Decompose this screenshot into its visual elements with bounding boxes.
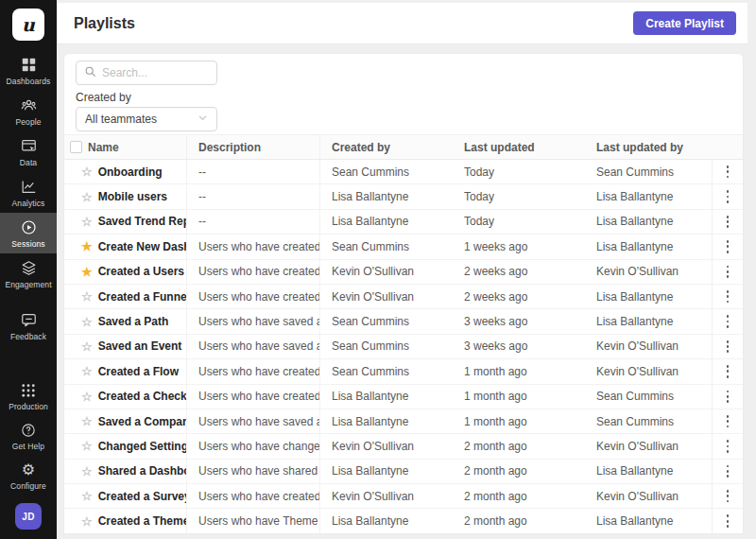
row-menu-button[interactable] <box>712 359 743 383</box>
star-icon[interactable]: ☆ <box>81 515 93 528</box>
last-updated-cell: 3 weeks ago <box>453 335 585 358</box>
sidebar-item-configure[interactable]: ⚙ Configure <box>0 456 57 496</box>
description-cell: Users who have saved an Event <box>187 335 320 358</box>
sidebar-item-sessions[interactable]: Sessions <box>0 213 57 253</box>
row-menu-button[interactable] <box>712 235 743 258</box>
star-icon[interactable]: ☆ <box>81 440 93 452</box>
row-menu-button[interactable] <box>712 509 743 532</box>
row-menu-button[interactable] <box>712 460 743 483</box>
sidebar-item-label: Configure <box>10 481 46 491</box>
last-updated-by-cell: Kevin O'Sullivan <box>585 335 712 358</box>
create-playlist-button[interactable]: Create Playlist <box>633 11 736 35</box>
page-title: Playlists <box>74 15 135 32</box>
table-row[interactable]: ☆ Created a Flow Users who have created … <box>64 359 743 384</box>
table-row[interactable]: ☆ Changed Settings Users who have change… <box>64 434 743 459</box>
user-avatar[interactable]: JD <box>15 503 42 530</box>
row-menu-button[interactable] <box>712 285 743 308</box>
playlist-name: Onboarding <box>98 165 163 179</box>
sidebar-item-production[interactable]: Production <box>0 376 57 416</box>
star-icon[interactable]: ☆ <box>81 465 93 478</box>
kebab-icon <box>727 490 730 502</box>
created-by-cell: Sean Cummins <box>320 309 453 333</box>
last-updated-by-cell: Lisa Ballantyne <box>585 509 712 532</box>
description-cell: Users who have created a Fun... <box>187 285 320 308</box>
last-updated-by-cell: Lisa Ballantyne <box>585 184 712 208</box>
playlist-name: Shared a Dashboard <box>98 464 187 478</box>
row-menu-button[interactable] <box>712 160 743 183</box>
star-icon[interactable]: ☆ <box>81 165 93 178</box>
last-updated-cell: 2 month ago <box>453 460 585 483</box>
star-icon[interactable]: ☆ <box>81 290 93 303</box>
created-by-cell: Lisa Ballantyne <box>320 460 453 483</box>
row-menu-button[interactable] <box>712 335 743 358</box>
row-menu-button[interactable] <box>712 385 743 409</box>
star-icon[interactable]: ☆ <box>81 191 93 203</box>
kebab-icon <box>727 266 730 278</box>
kebab-icon <box>727 165 730 178</box>
question-circle-icon <box>20 422 37 439</box>
star-icon[interactable]: ☆ <box>81 415 93 427</box>
table-row[interactable]: ★ Created a Users Segment Users who have… <box>64 260 743 285</box>
sidebar-item-analytics[interactable]: Analytics <box>0 172 57 213</box>
playlist-name: Create New Dashboard <box>98 240 187 253</box>
sidebar-item-data[interactable]: Data <box>0 131 57 172</box>
playlist-name: Created a Flow <box>98 365 179 378</box>
row-menu-button[interactable] <box>712 434 743 458</box>
sidebar-item-label: Feedback <box>10 332 46 341</box>
sidebar-item-people[interactable]: People <box>0 91 57 131</box>
last-updated-cell: 2 month ago <box>453 484 585 508</box>
data-icon <box>20 137 38 155</box>
column-label-name: Name <box>88 141 119 154</box>
table-row[interactable]: ☆ Saved an Event Users who have saved an… <box>64 335 743 359</box>
last-updated-cell: 2 weeks ago <box>453 260 585 284</box>
search-box[interactable] <box>76 61 217 85</box>
search-input[interactable] <box>102 66 209 79</box>
star-icon[interactable]: ☆ <box>81 365 93 377</box>
table-row[interactable]: ☆ Saved Trend Report - C... -- Lisa Ball… <box>64 210 743 235</box>
star-icon[interactable]: ☆ <box>81 490 93 502</box>
last-updated-cell: Today <box>453 160 585 183</box>
table-row[interactable]: ☆ Saved a Path Users who have saved a Pa… <box>64 309 743 334</box>
select-all-checkbox[interactable] <box>70 141 82 153</box>
table-row[interactable]: ☆ Mobile users -- Lisa Ballantyne Today … <box>64 184 743 209</box>
row-menu-button[interactable] <box>712 484 743 508</box>
created-by-cell: Kevin O'Sullivan <box>320 484 453 508</box>
created-by-select[interactable]: All teammates <box>76 107 217 131</box>
sidebar-item-get-help[interactable]: Get Help <box>0 416 57 456</box>
table-row[interactable]: ☆ Created a Funnel Users who have create… <box>64 285 743 309</box>
star-icon[interactable]: ☆ <box>81 340 93 353</box>
created-by-cell: Lisa Ballantyne <box>320 210 453 234</box>
row-menu-button[interactable] <box>712 260 743 284</box>
table-row[interactable]: ★ Create New Dashboard Users who have cr… <box>64 235 743 259</box>
table-row[interactable]: ☆ Created a Checklist Users who have cre… <box>64 385 743 409</box>
row-menu-button[interactable] <box>712 184 743 208</box>
gear-icon: ⚙ <box>22 461 35 478</box>
last-updated-cell: 1 month ago <box>453 409 585 433</box>
table-row[interactable]: ☆ Created a Theme Users who have Theme L… <box>64 509 743 533</box>
playlist-name: Created a Funnel <box>98 290 187 304</box>
star-icon[interactable]: ☆ <box>81 391 93 403</box>
filters-section: Created by All teammates <box>64 54 743 134</box>
star-icon[interactable]: ☆ <box>81 316 93 328</box>
row-menu-button[interactable] <box>712 409 743 433</box>
table-row[interactable]: ☆ Created a Survey Users who have create… <box>64 484 743 509</box>
last-updated-by-cell: Lisa Ballantyne <box>585 309 712 333</box>
created-by-cell: Kevin O'Sullivan <box>320 260 453 284</box>
table-row[interactable]: ☆ Saved a Company Segm... Users who have… <box>64 409 743 434</box>
table-row[interactable]: ☆ Onboarding -- Sean Cummins Today Sean … <box>64 160 743 184</box>
kebab-icon <box>727 415 730 427</box>
table-row[interactable]: ☆ Shared a Dashboard Users who have shar… <box>64 460 743 484</box>
main-area: Playlists Create Playlist Created by All… <box>57 0 756 539</box>
row-menu-button[interactable] <box>712 210 743 234</box>
star-icon[interactable]: ★ <box>81 266 93 278</box>
sidebar-item-feedback[interactable]: Feedback <box>0 305 57 346</box>
sidebar-item-engagement[interactable]: Engagement <box>0 253 57 294</box>
sidebar-item-dashboards[interactable]: Dashboards <box>0 50 57 91</box>
row-menu-button[interactable] <box>712 309 743 333</box>
app-logo[interactable]: u <box>12 9 44 41</box>
star-icon[interactable]: ★ <box>81 240 93 252</box>
last-updated-cell: 3 weeks ago <box>453 309 585 333</box>
last-updated-cell: 2 weeks ago <box>453 285 585 308</box>
last-updated-cell: 1 month ago <box>453 385 585 409</box>
star-icon[interactable]: ☆ <box>81 216 93 228</box>
